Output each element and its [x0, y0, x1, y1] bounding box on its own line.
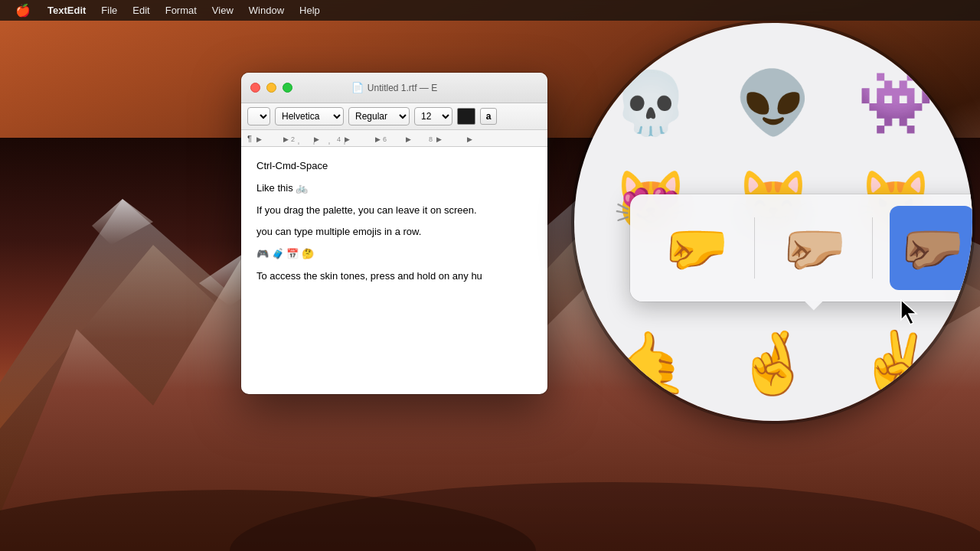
ok-hand-emoji[interactable]: 🤙 [601, 314, 701, 413]
paragraph-style-select[interactable]: ¶ [247, 107, 270, 126]
format-menu[interactable]: Format [158, 0, 204, 21]
window-titlebar: 📄 Untitled 1.rtf — E [241, 73, 547, 103]
emoji-row-1: 💀 👽 👾 [590, 54, 957, 153]
vulcan-salute-partial[interactable]: 🖖 [846, 413, 946, 421]
doc-icon: 📄 [351, 82, 364, 93]
zoom-background: 💀 👽 👾 😻 😹 😼 🤛 🤛🏼 🤛🏽 🤙 🤞 ✌️ [574, 23, 972, 421]
doc-line-5: 🎮 🧳 📅 🤔 [256, 246, 532, 262]
ruler-svg: ¶ ▶ ▶ ▶ ▶ ▶ ▶ ▶ ▶ 2 4 6 8 [245, 131, 536, 146]
minimize-button[interactable] [266, 83, 276, 93]
font-size-select[interactable]: 9 10 11 12 14 18 [414, 107, 452, 126]
skin-divider-2 [872, 217, 873, 279]
maximize-button[interactable] [283, 83, 292, 93]
text-format-button[interactable]: a [480, 108, 497, 125]
document-content[interactable]: Ctrl-Cmd-Space Like this 🚲 If you drag t… [241, 147, 547, 302]
edit-menu[interactable]: Edit [125, 0, 157, 21]
emoji-row-4: 🖐 ✋ 🖖 [590, 413, 957, 421]
textedit-menu[interactable]: TextEdit [40, 0, 93, 21]
textedit-window: 📄 Untitled 1.rtf — E ¶ Helvetica Arial T… [241, 73, 547, 394]
svg-text:▶: ▶ [375, 135, 381, 143]
font-select[interactable]: Helvetica Arial Times New Roman [275, 107, 344, 126]
skin-tone-popup: 🤛 🤛🏼 🤛🏽 [630, 194, 972, 302]
svg-text:¶: ¶ [247, 134, 252, 143]
file-menu[interactable]: File [93, 0, 125, 21]
svg-text:▶: ▶ [283, 135, 289, 143]
window-title-text: Untitled 1.rtf — E [368, 83, 437, 93]
alien-emoji[interactable]: 👽 [724, 54, 823, 153]
menu-bar: 🍎 TextEdit File Edit Format View Window … [0, 0, 980, 21]
doc-line-4: you can type multiple emojis in a row. [256, 224, 532, 240]
skin-divider-1 [754, 217, 755, 279]
apple-menu[interactable]: 🍎 [6, 0, 40, 21]
doc-line-2: Like this 🚲 [256, 181, 532, 197]
svg-text:4: 4 [337, 135, 341, 143]
text-color-picker[interactable] [457, 108, 475, 125]
hand-emoji-partial[interactable]: 🖐 [601, 413, 701, 421]
svg-text:▶: ▶ [436, 135, 442, 143]
window-toolbar: ¶ Helvetica Arial Times New Roman Regula… [241, 103, 547, 130]
doc-line-3: If you drag the palette, you can leave i… [256, 203, 532, 219]
raised-hand-emoji-partial[interactable]: ✋ [724, 413, 823, 421]
font-style-select[interactable]: Regular Bold Italic [348, 107, 410, 126]
view-menu[interactable]: View [204, 0, 241, 21]
zoom-circle-overlay: 💀 👽 👾 😻 😹 😼 🤛 🤛🏼 🤛🏽 🤙 🤞 ✌️ [574, 23, 972, 421]
svg-text:6: 6 [383, 135, 387, 143]
window-controls [250, 83, 292, 93]
svg-text:▶: ▶ [406, 135, 411, 143]
svg-text:▶: ▶ [314, 135, 319, 143]
svg-text:8: 8 [429, 135, 433, 143]
doc-line-1: Ctrl-Cmd-Space [256, 158, 532, 174]
window-title: 📄 Untitled 1.rtf — E [351, 82, 437, 93]
skin-medium-light-option[interactable]: 🤛🏼 [772, 206, 856, 290]
peace-sign-emoji[interactable]: ✌️ [846, 314, 946, 413]
crossed-fingers-emoji[interactable]: 🤞 [724, 314, 823, 413]
space-invader-emoji[interactable]: 👾 [846, 54, 946, 153]
skull-emoji[interactable]: 💀 [601, 54, 701, 153]
svg-text:▶: ▶ [256, 135, 262, 143]
skin-default-option[interactable]: 🤛 [654, 206, 738, 290]
window-menu[interactable]: Window [241, 0, 292, 21]
svg-text:2: 2 [291, 135, 295, 143]
help-menu[interactable]: Help [292, 0, 328, 21]
skin-dark-option[interactable]: 🤛🏽 [890, 206, 972, 290]
svg-text:▶: ▶ [467, 135, 472, 143]
ruler: ¶ ▶ ▶ ▶ ▶ ▶ ▶ ▶ ▶ 2 4 6 8 [241, 130, 547, 147]
doc-line-6: To access the skin tones, press and hold… [256, 269, 532, 285]
close-button[interactable] [250, 83, 260, 93]
svg-text:▶: ▶ [345, 135, 350, 143]
emoji-row-3: 🤙 🤞 ✌️ [590, 314, 957, 413]
